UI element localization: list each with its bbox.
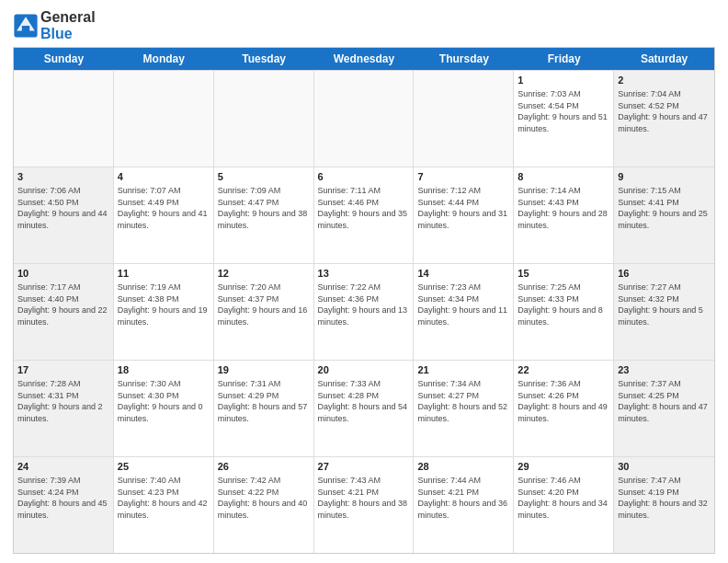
- day-number: 20: [318, 363, 410, 377]
- calendar-row-4: 17Sunrise: 7:28 AM Sunset: 4:31 PM Dayli…: [14, 360, 714, 456]
- header: General Blue: [13, 9, 715, 41]
- day-info: Sunrise: 7:23 AM Sunset: 4:34 PM Dayligh…: [417, 282, 509, 327]
- day-number: 6: [318, 170, 410, 184]
- day-number: 10: [17, 267, 109, 281]
- day-number: 3: [17, 170, 109, 184]
- calendar-cell: 10Sunrise: 7:17 AM Sunset: 4:40 PM Dayli…: [14, 264, 114, 360]
- calendar-cell: 1Sunrise: 7:03 AM Sunset: 4:54 PM Daylig…: [514, 71, 614, 167]
- calendar-body: 1Sunrise: 7:03 AM Sunset: 4:54 PM Daylig…: [14, 70, 714, 553]
- day-info: Sunrise: 7:34 AM Sunset: 4:27 PM Dayligh…: [417, 378, 509, 424]
- calendar-cell: 12Sunrise: 7:20 AM Sunset: 4:37 PM Dayli…: [214, 264, 314, 360]
- day-number: 19: [218, 363, 310, 377]
- day-info: Sunrise: 7:11 AM Sunset: 4:46 PM Dayligh…: [318, 185, 410, 231]
- day-info: Sunrise: 7:28 AM Sunset: 4:31 PM Dayligh…: [17, 378, 109, 424]
- calendar-cell: 2Sunrise: 7:04 AM Sunset: 4:52 PM Daylig…: [614, 71, 714, 167]
- calendar-cell: 15Sunrise: 7:25 AM Sunset: 4:33 PM Dayli…: [514, 264, 614, 360]
- calendar-cell: [414, 71, 514, 167]
- header-day-sunday: Sunday: [14, 48, 114, 70]
- day-info: Sunrise: 7:17 AM Sunset: 4:40 PM Dayligh…: [17, 282, 109, 327]
- day-info: Sunrise: 7:43 AM Sunset: 4:21 PM Dayligh…: [318, 475, 410, 521]
- day-info: Sunrise: 7:06 AM Sunset: 4:50 PM Dayligh…: [17, 185, 109, 231]
- calendar-cell: 11Sunrise: 7:19 AM Sunset: 4:38 PM Dayli…: [114, 264, 214, 360]
- day-info: Sunrise: 7:30 AM Sunset: 4:30 PM Dayligh…: [118, 378, 210, 424]
- day-number: 17: [17, 363, 109, 377]
- header-day-saturday: Saturday: [614, 48, 714, 70]
- day-number: 14: [417, 267, 509, 281]
- day-number: 7: [417, 170, 509, 184]
- calendar-cell: 5Sunrise: 7:09 AM Sunset: 4:47 PM Daylig…: [214, 167, 314, 263]
- svg-rect-2: [22, 26, 29, 32]
- day-info: Sunrise: 7:15 AM Sunset: 4:41 PM Dayligh…: [618, 185, 711, 231]
- calendar: SundayMondayTuesdayWednesdayThursdayFrid…: [13, 47, 715, 554]
- logo: General Blue: [13, 9, 96, 41]
- day-info: Sunrise: 7:22 AM Sunset: 4:36 PM Dayligh…: [318, 282, 410, 327]
- calendar-cell: 3Sunrise: 7:06 AM Sunset: 4:50 PM Daylig…: [14, 167, 114, 263]
- calendar-row-2: 3Sunrise: 7:06 AM Sunset: 4:50 PM Daylig…: [14, 167, 714, 263]
- calendar-cell: 17Sunrise: 7:28 AM Sunset: 4:31 PM Dayli…: [14, 361, 114, 456]
- calendar-cell: 19Sunrise: 7:31 AM Sunset: 4:29 PM Dayli…: [214, 361, 314, 456]
- calendar-row-3: 10Sunrise: 7:17 AM Sunset: 4:40 PM Dayli…: [14, 263, 714, 360]
- calendar-cell: [114, 71, 214, 167]
- calendar-cell: 20Sunrise: 7:33 AM Sunset: 4:28 PM Dayli…: [314, 361, 415, 456]
- day-info: Sunrise: 7:20 AM Sunset: 4:37 PM Dayligh…: [218, 282, 310, 327]
- calendar-cell: 24Sunrise: 7:39 AM Sunset: 4:24 PM Dayli…: [14, 457, 114, 553]
- header-day-tuesday: Tuesday: [214, 48, 314, 70]
- day-number: 1: [518, 74, 609, 87]
- day-info: Sunrise: 7:07 AM Sunset: 4:49 PM Dayligh…: [118, 185, 210, 231]
- day-info: Sunrise: 7:40 AM Sunset: 4:23 PM Dayligh…: [118, 475, 210, 521]
- day-info: Sunrise: 7:44 AM Sunset: 4:21 PM Dayligh…: [417, 475, 509, 521]
- day-number: 24: [17, 460, 109, 474]
- calendar-cell: 25Sunrise: 7:40 AM Sunset: 4:23 PM Dayli…: [114, 457, 214, 553]
- day-info: Sunrise: 7:42 AM Sunset: 4:22 PM Dayligh…: [218, 475, 310, 521]
- calendar-cell: 9Sunrise: 7:15 AM Sunset: 4:41 PM Daylig…: [614, 167, 714, 263]
- day-number: 22: [518, 363, 609, 377]
- calendar-cell: 26Sunrise: 7:42 AM Sunset: 4:22 PM Dayli…: [214, 457, 314, 553]
- day-number: 12: [218, 267, 310, 281]
- day-number: 11: [118, 267, 210, 281]
- day-number: 8: [518, 170, 609, 184]
- calendar-cell: 8Sunrise: 7:14 AM Sunset: 4:43 PM Daylig…: [514, 167, 614, 263]
- day-info: Sunrise: 7:04 AM Sunset: 4:52 PM Dayligh…: [618, 88, 711, 134]
- day-number: 5: [218, 170, 310, 184]
- calendar-row-1: 1Sunrise: 7:03 AM Sunset: 4:54 PM Daylig…: [14, 70, 714, 167]
- day-info: Sunrise: 7:19 AM Sunset: 4:38 PM Dayligh…: [118, 282, 210, 327]
- calendar-cell: 13Sunrise: 7:22 AM Sunset: 4:36 PM Dayli…: [314, 264, 415, 360]
- day-info: Sunrise: 7:47 AM Sunset: 4:19 PM Dayligh…: [618, 475, 711, 521]
- page: General Blue SundayMondayTuesdayWednesda…: [0, 0, 728, 563]
- calendar-cell: 28Sunrise: 7:44 AM Sunset: 4:21 PM Dayli…: [414, 457, 514, 553]
- calendar-cell: 29Sunrise: 7:46 AM Sunset: 4:20 PM Dayli…: [514, 457, 614, 553]
- day-number: 13: [318, 267, 410, 281]
- logo-text: General Blue: [40, 9, 96, 41]
- calendar-cell: [214, 71, 314, 167]
- header-day-wednesday: Wednesday: [314, 48, 415, 70]
- day-number: 30: [618, 460, 711, 474]
- day-info: Sunrise: 7:39 AM Sunset: 4:24 PM Dayligh…: [17, 475, 109, 521]
- calendar-cell: 21Sunrise: 7:34 AM Sunset: 4:27 PM Dayli…: [414, 361, 514, 456]
- calendar-cell: [314, 71, 415, 167]
- header-day-thursday: Thursday: [414, 48, 514, 70]
- calendar-cell: 30Sunrise: 7:47 AM Sunset: 4:19 PM Dayli…: [614, 457, 714, 553]
- day-number: 26: [218, 460, 310, 474]
- calendar-cell: [14, 71, 114, 167]
- day-number: 15: [518, 267, 609, 281]
- day-number: 25: [118, 460, 210, 474]
- calendar-cell: 27Sunrise: 7:43 AM Sunset: 4:21 PM Dayli…: [314, 457, 415, 553]
- day-number: 16: [618, 267, 711, 281]
- calendar-cell: 4Sunrise: 7:07 AM Sunset: 4:49 PM Daylig…: [114, 167, 214, 263]
- day-info: Sunrise: 7:14 AM Sunset: 4:43 PM Dayligh…: [518, 185, 609, 231]
- day-number: 2: [618, 74, 711, 87]
- calendar-row-5: 24Sunrise: 7:39 AM Sunset: 4:24 PM Dayli…: [14, 456, 714, 553]
- day-info: Sunrise: 7:46 AM Sunset: 4:20 PM Dayligh…: [518, 475, 609, 521]
- day-info: Sunrise: 7:03 AM Sunset: 4:54 PM Dayligh…: [518, 88, 609, 134]
- day-number: 23: [618, 363, 711, 377]
- calendar-cell: 18Sunrise: 7:30 AM Sunset: 4:30 PM Dayli…: [114, 361, 214, 456]
- calendar-cell: 16Sunrise: 7:27 AM Sunset: 4:32 PM Dayli…: [614, 264, 714, 360]
- day-info: Sunrise: 7:33 AM Sunset: 4:28 PM Dayligh…: [318, 378, 410, 424]
- day-info: Sunrise: 7:25 AM Sunset: 4:33 PM Dayligh…: [518, 282, 609, 327]
- day-number: 21: [417, 363, 509, 377]
- day-number: 27: [318, 460, 410, 474]
- calendar-cell: 23Sunrise: 7:37 AM Sunset: 4:25 PM Dayli…: [614, 361, 714, 456]
- calendar-header: SundayMondayTuesdayWednesdayThursdayFrid…: [14, 48, 714, 70]
- day-number: 28: [417, 460, 509, 474]
- day-info: Sunrise: 7:09 AM Sunset: 4:47 PM Dayligh…: [218, 185, 310, 231]
